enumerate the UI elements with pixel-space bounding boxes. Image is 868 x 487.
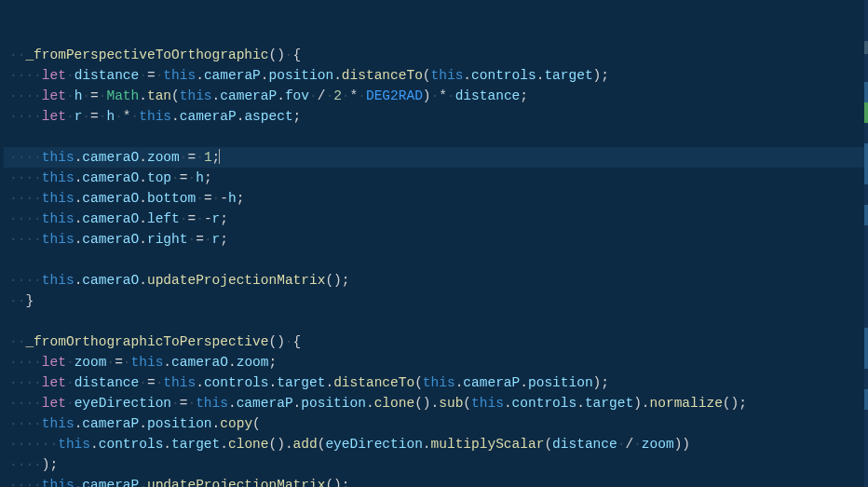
token-var: eyeDirection xyxy=(325,437,422,452)
token-prop-light: cameraO xyxy=(82,191,139,206)
token-ws: · xyxy=(171,396,180,411)
token-this: this xyxy=(42,232,75,247)
token-prop-light: position xyxy=(269,68,334,83)
token-kw: let xyxy=(42,88,66,103)
token-this: this xyxy=(423,375,455,390)
token-punct: () xyxy=(268,334,284,349)
token-op: = xyxy=(187,211,196,226)
code-editor[interactable]: ··_fromPerspectiveToOrthographic()·{····… xyxy=(0,0,868,487)
token-prop-light: cameraP xyxy=(82,478,139,487)
token-ws: · xyxy=(187,232,196,247)
code-line[interactable]: ······this.controls.target.clone().add(e… xyxy=(4,434,868,454)
code-line[interactable]: ····let·h·=·Math.tan(this.cameraP.fov·/·… xyxy=(4,86,868,106)
token-punct: . xyxy=(261,68,269,83)
code-line[interactable]: ····this.cameraO.left·=·-r; xyxy=(4,209,868,229)
code-line[interactable]: ····let·eyeDirection·=·this.cameraP.posi… xyxy=(4,393,868,413)
token-ws: · xyxy=(196,211,204,226)
token-prop-light: cameraO xyxy=(82,170,139,185)
token-punct: . xyxy=(277,88,285,103)
token-prop-light: cameraO xyxy=(82,211,139,226)
token-fn: clone xyxy=(228,437,269,452)
token-ws: · xyxy=(187,396,196,411)
token-num: 1 xyxy=(204,150,212,165)
token-ws: · xyxy=(171,170,180,185)
overview-ruler-marker[interactable] xyxy=(864,348,868,369)
token-op: = xyxy=(196,232,204,247)
token-ws: · xyxy=(633,437,642,452)
code-line[interactable]: ····this.cameraO.updateProjectionMatrix(… xyxy=(4,270,868,291)
token-ws: · xyxy=(139,375,147,390)
token-this: this xyxy=(180,88,212,103)
code-line[interactable]: ····let·distance·=·this.cameraP.position… xyxy=(4,65,868,86)
token-num: 2 xyxy=(333,88,342,103)
token-punct: { xyxy=(293,47,302,62)
token-this: this xyxy=(42,211,75,226)
token-op: / xyxy=(625,437,633,452)
token-ws: · xyxy=(66,109,75,124)
code-line[interactable]: ····let·r·=·h·*·this.cameraP.aspect; xyxy=(4,106,868,127)
token-ws: ···· xyxy=(9,457,42,472)
token-punct: ( xyxy=(252,416,261,431)
code-line[interactable]: ····let·zoom·=·this.cameraO.zoom; xyxy=(4,352,868,372)
token-punct: (). xyxy=(269,437,293,452)
code-content[interactable]: ··_fromPerspectiveToOrthographic()·{····… xyxy=(4,45,868,487)
token-prop-light: cameraP xyxy=(204,68,261,83)
token-punct: . xyxy=(463,68,471,83)
token-prop-light: controls xyxy=(471,68,536,83)
token-op: = xyxy=(204,191,212,206)
token-punct: ). xyxy=(633,396,649,411)
token-punct: . xyxy=(163,437,171,452)
code-line[interactable]: ····this.cameraP.updateProjectionMatrix(… xyxy=(4,475,868,487)
token-punct: . xyxy=(171,109,180,124)
token-punct: . xyxy=(139,416,147,431)
overview-ruler-marker[interactable] xyxy=(864,389,868,410)
token-ws: · xyxy=(66,88,75,103)
code-line[interactable]: ··_fromOrthographicToPerspective()·{ xyxy=(4,331,868,352)
overview-ruler-marker[interactable] xyxy=(864,102,868,123)
token-punct: ( xyxy=(463,396,471,411)
token-punct: ( xyxy=(171,88,180,103)
token-prop-light: target xyxy=(544,68,592,83)
token-punct: (). xyxy=(414,396,439,411)
token-punct: { xyxy=(293,334,302,349)
token-op: * xyxy=(123,109,131,124)
token-punct: . xyxy=(212,416,221,431)
token-op: = xyxy=(115,355,123,370)
scroll-thumb[interactable] xyxy=(864,41,868,54)
code-line[interactable]: ··} xyxy=(4,291,868,311)
overview-ruler-marker[interactable] xyxy=(864,164,868,184)
token-this: this xyxy=(431,68,464,83)
token-punct: . xyxy=(220,437,228,452)
code-line[interactable]: ····let·distance·=·this.controls.target.… xyxy=(4,372,868,393)
token-fn: clone xyxy=(374,396,415,411)
code-line[interactable]: ····); xyxy=(4,454,868,475)
token-ws: ·· xyxy=(9,293,25,308)
token-ws: · xyxy=(204,232,212,247)
overview-ruler-marker[interactable] xyxy=(864,205,868,225)
scrollbar[interactable] xyxy=(864,0,868,487)
token-prop-light: cameraO xyxy=(171,355,228,370)
token-punct: . xyxy=(269,375,278,390)
overview-ruler-marker[interactable] xyxy=(864,328,868,348)
token-punct: ; xyxy=(237,191,245,206)
code-line[interactable]: ····this.cameraO.right·=·r; xyxy=(4,229,868,250)
overview-ruler-marker[interactable] xyxy=(864,82,868,102)
code-line[interactable] xyxy=(4,311,868,331)
token-punct: () xyxy=(268,47,284,62)
code-line[interactable] xyxy=(4,127,868,147)
code-line[interactable]: ····this.cameraO.bottom·=·-h; xyxy=(4,188,868,209)
token-prop-light: controls xyxy=(99,437,164,452)
code-line[interactable]: ····this.cameraP.position.copy( xyxy=(4,413,868,434)
token-var: distance xyxy=(75,68,140,83)
token-ws: ·· xyxy=(9,47,25,62)
code-line[interactable]: ····this.cameraO.top·=·h; xyxy=(4,168,868,188)
token-kw: let xyxy=(42,355,66,370)
token-punct: . xyxy=(139,170,147,185)
token-ws: · xyxy=(66,68,75,83)
token-ws: · xyxy=(285,334,293,349)
code-line[interactable]: ··_fromPerspectiveToOrthographic()·{ xyxy=(4,45,868,65)
code-line[interactable]: ····this.cameraO.zoom·=·1; xyxy=(4,147,868,168)
overview-ruler-marker[interactable] xyxy=(864,143,868,164)
code-line[interactable] xyxy=(4,250,868,270)
token-prop-light: target xyxy=(585,396,633,411)
